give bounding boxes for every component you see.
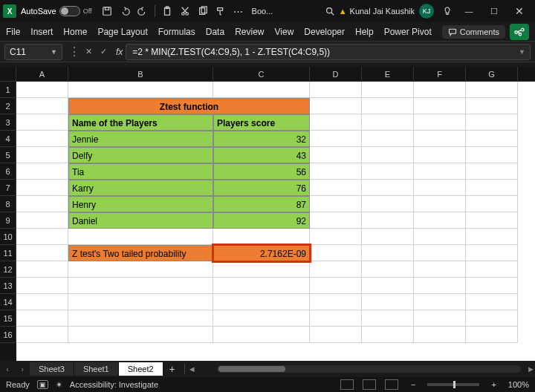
autosave-toggle[interactable]: AutoSave Off: [21, 6, 92, 16]
view-page-layout-icon[interactable]: [363, 379, 376, 390]
cell-score[interactable]: 43: [213, 147, 310, 163]
sheet-tabstrip: ‹ › Sheet3 Sheet1 Sheet2 + ◄ ►: [0, 361, 535, 377]
row-header[interactable]: 9: [0, 212, 16, 229]
name-box[interactable]: C11 ▼: [4, 44, 62, 60]
tab-nav-prev[interactable]: ‹: [0, 365, 15, 373]
minimize-button[interactable]: —: [456, 1, 482, 22]
cell-name[interactable]: Tia: [68, 163, 213, 180]
tab-power-pivot[interactable]: Power Pivot: [384, 27, 432, 37]
more-icon[interactable]: ⋯: [230, 3, 247, 19]
chevron-down-icon[interactable]: ▼: [519, 48, 525, 56]
scroll-right-icon[interactable]: ►: [527, 365, 535, 373]
row-header[interactable]: 12: [0, 261, 16, 278]
cancel-formula-icon[interactable]: ✕: [82, 45, 95, 59]
maximize-button[interactable]: ☐: [482, 1, 507, 22]
col-header[interactable]: B: [68, 67, 213, 81]
tab-home[interactable]: Home: [63, 27, 87, 37]
row-header[interactable]: 4: [0, 131, 16, 147]
comments-button[interactable]: Comments: [442, 25, 505, 39]
tab-insert[interactable]: Insert: [30, 27, 53, 37]
sheet-tab[interactable]: Sheet3: [30, 362, 74, 376]
save-icon[interactable]: [99, 3, 115, 19]
lightbulb-icon[interactable]: [439, 3, 455, 19]
cell-score[interactable]: 32: [213, 131, 310, 147]
cell-name[interactable]: Jennie: [68, 131, 213, 147]
accessibility-icon[interactable]: ✴: [56, 380, 62, 390]
cell-grid[interactable]: Ztest function Name of the PlayersPlayer…: [16, 82, 535, 361]
zoom-out-button[interactable]: −: [411, 380, 415, 389]
paste-icon[interactable]: [159, 3, 175, 19]
tab-nav-next[interactable]: ›: [15, 365, 30, 373]
cell-score[interactable]: 76: [213, 180, 310, 196]
result-value[interactable]: 2.7162E-09: [213, 245, 310, 261]
add-sheet-button[interactable]: +: [163, 363, 181, 375]
view-normal-icon[interactable]: [340, 379, 354, 390]
sheet-tab-active[interactable]: Sheet2: [119, 362, 163, 376]
zoom-slider[interactable]: [427, 383, 479, 386]
row-header[interactable]: 16: [0, 327, 16, 343]
row-header[interactable]: 5: [0, 147, 16, 163]
row-header[interactable]: 1: [0, 82, 16, 98]
col-header[interactable]: D: [310, 67, 362, 81]
row-header[interactable]: 6: [0, 163, 16, 180]
tab-data[interactable]: Data: [206, 27, 224, 37]
header-name[interactable]: Name of the Players: [68, 114, 213, 131]
fx-icon[interactable]: fx: [116, 47, 123, 57]
format-painter-icon[interactable]: [213, 3, 229, 19]
horizontal-scrollbar[interactable]: [217, 365, 522, 373]
row-header[interactable]: 7: [0, 180, 16, 196]
scroll-left-icon[interactable]: ◄: [188, 365, 196, 373]
header-score[interactable]: Players score: [213, 114, 310, 131]
undo-icon[interactable]: [117, 3, 133, 19]
row-header[interactable]: 14: [0, 294, 16, 310]
cell-name[interactable]: Delfy: [68, 147, 213, 163]
tab-formulas[interactable]: Formulas: [158, 27, 195, 37]
row-header[interactable]: 11: [0, 245, 16, 261]
select-all-corner[interactable]: [0, 67, 16, 81]
col-header[interactable]: F: [414, 67, 466, 81]
tab-review[interactable]: Review: [235, 27, 264, 37]
share-button[interactable]: [510, 24, 529, 40]
status-bar: Ready ▣ ✴ Accessibility: Investigate − +…: [0, 377, 535, 392]
view-page-break-icon[interactable]: [385, 379, 398, 390]
search-icon[interactable]: [322, 3, 338, 19]
toggle-icon[interactable]: [59, 6, 80, 16]
redo-icon[interactable]: [134, 3, 151, 19]
row-header[interactable]: 13: [0, 278, 16, 294]
tab-developer[interactable]: Developer: [304, 27, 345, 37]
tab-page-layout[interactable]: Page Layout: [97, 27, 147, 37]
cell-name[interactable]: Henry: [68, 196, 213, 212]
cell-score[interactable]: 87: [213, 196, 310, 212]
copy-icon[interactable]: [195, 3, 211, 19]
row-header[interactable]: 8: [0, 196, 16, 212]
zoom-level[interactable]: 100%: [508, 380, 529, 389]
col-header[interactable]: C: [213, 67, 310, 81]
zoom-in-button[interactable]: +: [491, 380, 496, 389]
macro-record-icon[interactable]: ▣: [37, 380, 48, 389]
avatar[interactable]: KJ: [419, 4, 434, 19]
col-header[interactable]: A: [16, 67, 68, 81]
user-name: Kunal Jai Kaushik: [350, 7, 415, 16]
tab-help[interactable]: Help: [355, 27, 374, 37]
cell-score[interactable]: 56: [213, 163, 310, 180]
sheet-tab[interactable]: Sheet1: [74, 362, 119, 376]
tab-view[interactable]: View: [275, 27, 294, 37]
row-header[interactable]: 2: [0, 98, 16, 114]
formula-input[interactable]: =2 * MIN(Z.TEST(C4:C9,5), 1 - Z.TEST(C4:…: [126, 44, 531, 60]
cell-name[interactable]: Daniel: [68, 212, 213, 229]
table-title[interactable]: Ztest function: [68, 98, 310, 114]
close-button[interactable]: ✕: [507, 1, 532, 22]
row-header[interactable]: 10: [0, 229, 16, 245]
cell-name[interactable]: Karry: [68, 180, 213, 196]
col-header[interactable]: E: [362, 67, 414, 81]
ribbon-tabs: File Insert Home Page Layout Formulas Da…: [0, 22, 535, 42]
tab-file[interactable]: File: [6, 27, 20, 37]
col-header[interactable]: G: [466, 67, 518, 81]
row-header[interactable]: 3: [0, 114, 16, 131]
enter-formula-icon[interactable]: ✓: [97, 45, 110, 59]
accessibility-status[interactable]: Accessibility: Investigate: [70, 380, 158, 389]
row-header[interactable]: 15: [0, 310, 16, 327]
cut-icon[interactable]: [177, 3, 193, 19]
cell-score[interactable]: 92: [213, 212, 310, 229]
result-label[interactable]: Z test's Two tailed probability: [68, 245, 213, 261]
